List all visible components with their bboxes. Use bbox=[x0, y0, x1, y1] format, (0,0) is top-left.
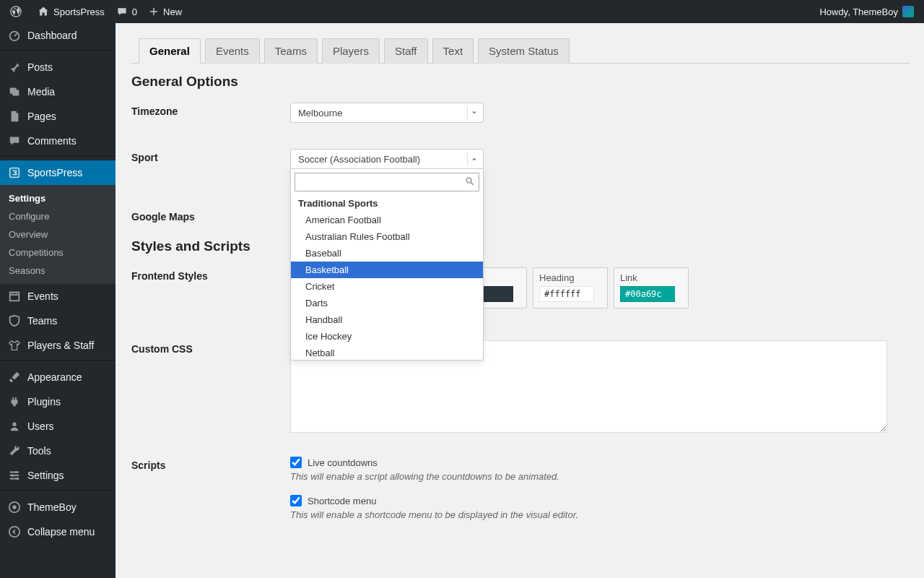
sport-option[interactable]: Netball bbox=[291, 345, 483, 360]
comment-icon bbox=[7, 134, 22, 147]
tab-players[interactable]: Players bbox=[322, 38, 380, 64]
shortcode-menu-label: Shortcode menu bbox=[308, 496, 376, 506]
sport-option[interactable]: Handball bbox=[291, 311, 483, 328]
separator bbox=[0, 156, 116, 158]
svg-point-0 bbox=[11, 7, 21, 17]
media-icon bbox=[7, 85, 22, 98]
sport-search-input[interactable] bbox=[295, 173, 479, 191]
sport-option-highlighted[interactable]: Basketball bbox=[291, 262, 483, 278]
menu-posts[interactable]: Posts bbox=[0, 55, 116, 79]
live-countdowns-label: Live countdowns bbox=[308, 457, 378, 468]
menu-events[interactable]: Events bbox=[0, 284, 116, 309]
swatch-heading: Heading bbox=[533, 267, 608, 309]
main-content: General Events Teams Players Staff Text … bbox=[116, 23, 924, 578]
menu-appearance[interactable]: Appearance bbox=[0, 365, 116, 389]
submenu-seasons[interactable]: Seasons bbox=[0, 262, 116, 280]
shield-icon bbox=[7, 314, 22, 327]
svg-point-9 bbox=[12, 505, 16, 509]
swatch-label: Link bbox=[620, 272, 682, 283]
menu-pages[interactable]: Pages bbox=[0, 104, 116, 129]
tab-teams[interactable]: Teams bbox=[264, 38, 318, 64]
avatar bbox=[902, 6, 914, 17]
tab-staff[interactable]: Staff bbox=[384, 38, 428, 64]
sport-option[interactable]: American Football bbox=[291, 212, 483, 228]
menu-tools[interactable]: Tools bbox=[0, 439, 116, 463]
site-name: SportsPress bbox=[53, 7, 105, 17]
menu-sportspress[interactable]: SportsPress bbox=[0, 160, 116, 185]
sport-option[interactable]: Australian Rules Football bbox=[291, 228, 483, 245]
svg-point-4 bbox=[12, 423, 16, 426]
svg-point-1 bbox=[10, 32, 19, 41]
menu-themeboy[interactable]: ThemeBoy bbox=[0, 495, 116, 519]
svg-point-5 bbox=[15, 471, 18, 474]
submenu-configure[interactable]: Configure bbox=[0, 207, 116, 225]
sport-option[interactable]: Cricket bbox=[291, 278, 483, 295]
wp-logo-menu[interactable] bbox=[4, 0, 32, 23]
timezone-value: Melbourne bbox=[298, 108, 342, 118]
calendar-icon bbox=[7, 290, 22, 303]
swatch-link-input[interactable] bbox=[620, 286, 675, 302]
howdy-text: Howdy, ThemeBoy bbox=[819, 7, 898, 17]
timezone-select[interactable]: Melbourne bbox=[290, 103, 484, 123]
menu-dashboard[interactable]: Dashboard bbox=[0, 23, 116, 48]
swatch-label: Heading bbox=[539, 272, 601, 283]
menu-comments[interactable]: Comments bbox=[0, 129, 116, 153]
search-icon bbox=[465, 176, 475, 189]
label-google-maps: Google Maps bbox=[131, 208, 290, 223]
themeboy-icon bbox=[7, 501, 22, 514]
svg-point-6 bbox=[12, 474, 14, 477]
menu-settings[interactable]: Settings bbox=[0, 463, 116, 488]
sport-options-list: Traditional Sports American Football Aus… bbox=[291, 195, 483, 360]
comment-icon bbox=[116, 6, 128, 17]
submenu-sportspress: Settings Configure Overview Competitions… bbox=[0, 185, 116, 284]
tab-events[interactable]: Events bbox=[205, 38, 260, 64]
swatch-heading-input[interactable] bbox=[539, 286, 594, 302]
collapse-menu[interactable]: Collapse menu bbox=[0, 519, 116, 544]
separator bbox=[0, 361, 116, 362]
menu-media[interactable]: Media bbox=[0, 79, 116, 104]
brush-icon bbox=[7, 371, 22, 384]
site-name-menu[interactable]: SportsPress bbox=[32, 0, 110, 23]
menu-plugins[interactable]: Plugins bbox=[0, 389, 116, 414]
menu-players-staff[interactable]: Players & Staff bbox=[0, 333, 116, 358]
submenu-settings[interactable]: Settings bbox=[0, 189, 116, 207]
comments-menu[interactable]: 0 bbox=[110, 0, 143, 23]
new-label: New bbox=[163, 7, 182, 17]
sport-value: Soccer (Association Football) bbox=[298, 154, 420, 165]
live-countdowns-checkbox[interactable] bbox=[290, 457, 302, 468]
wrench-icon bbox=[7, 444, 22, 457]
account-menu[interactable]: Howdy, ThemeBoy bbox=[814, 0, 920, 23]
svg-rect-3 bbox=[10, 293, 19, 301]
svg-point-11 bbox=[466, 178, 471, 183]
tab-text[interactable]: Text bbox=[432, 38, 474, 64]
label-frontend-styles: Frontend Styles bbox=[131, 267, 290, 282]
sport-option[interactable]: Baseball bbox=[291, 245, 483, 262]
shortcode-menu-checkbox[interactable] bbox=[290, 495, 302, 506]
sportspress-icon bbox=[7, 166, 22, 179]
plus-icon bbox=[149, 7, 159, 17]
gauge-icon bbox=[7, 29, 22, 42]
svg-point-10 bbox=[9, 527, 19, 537]
label-scripts: Scripts bbox=[131, 457, 290, 471]
submenu-competitions[interactable]: Competitions bbox=[0, 243, 116, 262]
tab-general[interactable]: General bbox=[139, 38, 201, 64]
new-content-menu[interactable]: New bbox=[143, 0, 188, 23]
shortcode-menu-help: This will enable a shortcode menu to be … bbox=[290, 509, 887, 520]
user-icon bbox=[7, 420, 22, 433]
menu-teams[interactable]: Teams bbox=[0, 309, 116, 333]
admin-toolbar: SportsPress 0 New Howdy, ThemeBoy bbox=[0, 0, 924, 23]
sport-group-label: Traditional Sports bbox=[291, 195, 483, 212]
sport-option[interactable]: Darts bbox=[291, 295, 483, 311]
sport-select[interactable]: Soccer (Association Football) bbox=[290, 149, 484, 169]
sport-option[interactable]: Ice Hockey bbox=[291, 328, 483, 345]
label-sport: Sport bbox=[131, 149, 290, 163]
tab-system-status[interactable]: System Status bbox=[478, 38, 570, 64]
submenu-overview[interactable]: Overview bbox=[0, 225, 116, 243]
chevron-up-icon bbox=[467, 152, 480, 165]
pin-icon bbox=[7, 61, 22, 74]
menu-users[interactable]: Users bbox=[0, 414, 116, 439]
label-custom-css: Custom CSS bbox=[131, 340, 290, 355]
heading-general-options: General Options bbox=[131, 74, 910, 90]
wordpress-icon bbox=[10, 6, 22, 17]
separator bbox=[0, 51, 116, 52]
